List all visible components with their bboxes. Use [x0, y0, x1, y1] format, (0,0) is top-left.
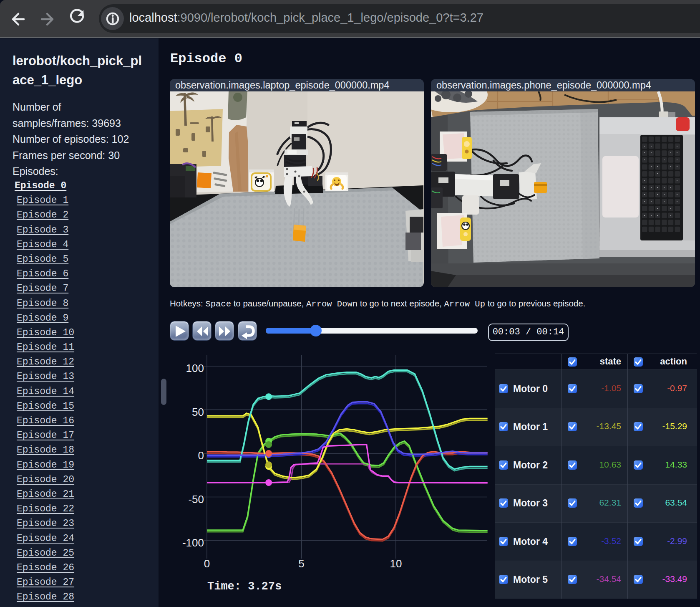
svg-text:0: 0	[204, 557, 210, 570]
svg-text:Time: 3.27s: Time: 3.27s	[207, 580, 282, 593]
svg-text:0: 0	[198, 449, 204, 462]
svg-text:-50: -50	[188, 493, 204, 506]
svg-text:10: 10	[390, 557, 402, 570]
svg-text:-100: -100	[182, 536, 204, 549]
svg-text:5: 5	[298, 557, 304, 570]
svg-text:50: 50	[192, 406, 204, 418]
svg-text:100: 100	[186, 362, 204, 374]
